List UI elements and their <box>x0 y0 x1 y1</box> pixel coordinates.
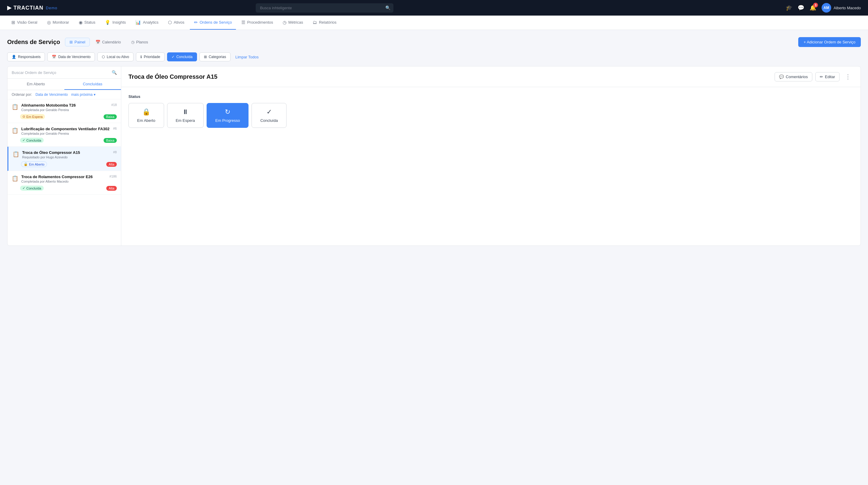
notification-badge: 3 <box>813 3 818 7</box>
page-tab-planos[interactable]: ◷Planos <box>127 38 153 46</box>
subnav-item-insights[interactable]: 💡Insights <box>101 15 130 30</box>
status-btn-em-progresso[interactable]: ↻ Em Progresso <box>207 103 249 128</box>
filter-concluida[interactable]: ✓Concluída <box>167 53 197 61</box>
detail-header: Troca de Óleo Compressor A15 💬 Comentári… <box>121 66 861 87</box>
work-order-item-wo-186[interactable]: 📋 Troca de Rolamentos Compressor E26 Com… <box>7 171 121 195</box>
status-btn-label-em-progresso: Em Progresso <box>215 118 240 123</box>
subnav-label-visao-geral: Visão Geral <box>17 20 37 25</box>
work-order-item-wo-18[interactable]: 📋 Alinhamento Motobomba T26 Completada p… <box>7 99 121 123</box>
wo-status-badge-wo-6: ✓ Concluída <box>20 138 44 143</box>
wo-icon-wo-8: 📋 <box>12 151 19 158</box>
status-btn-icon-concluida: ✓ <box>267 108 272 116</box>
wo-meta-wo-6: ✓ Concluída Baixa <box>12 138 117 143</box>
subnav-item-relatorios[interactable]: 🗂Relatórios <box>308 15 341 30</box>
user-menu[interactable]: AM Alberto Macedo <box>822 3 861 12</box>
page-tab-label-painel: Painel <box>74 40 85 44</box>
page-tab-painel[interactable]: ⊞Painel <box>65 38 90 46</box>
subnav-icon-metricas: ◷ <box>283 20 286 25</box>
status-btn-concluida[interactable]: ✓ Concluída <box>251 103 286 128</box>
work-order-item-wo-8[interactable]: 📋 Troca de Óleo Compressor A15 Requisita… <box>7 147 121 171</box>
filter-icon-prioridade: ℹ <box>141 55 142 59</box>
filter-icon-responsaveis: 👤 <box>12 55 16 59</box>
wo-title-wo-6: Lubrificação de Componentes Ventilador F… <box>21 127 110 131</box>
subnav-item-ordens-de-servico[interactable]: ✏Ordens de Serviço <box>190 15 236 30</box>
sort-field[interactable]: Data de Vencimento <box>35 93 68 97</box>
list-tab-concluidas[interactable]: Concluídas <box>64 79 121 90</box>
secondary-navigation: ⊞Visão Geral◎Monitorar◉Status💡Insights📊A… <box>0 15 868 30</box>
comments-button[interactable]: 💬 Comentários <box>775 72 812 82</box>
filter-icon-concluida: ✓ <box>172 55 175 59</box>
list-search-input[interactable] <box>12 70 109 75</box>
subnav-item-analytics[interactable]: 📊Analytics <box>131 15 163 30</box>
filter-local-ativo[interactable]: ⬡Local ou Ativo <box>97 53 133 61</box>
logo[interactable]: ▶ TRACTIAN Demo <box>7 4 58 11</box>
status-btn-icon-em-aberto: 🔒 <box>142 108 150 116</box>
status-btn-em-espera[interactable]: ⏸ Em Espera <box>167 103 204 128</box>
page-tab-label-calendario: Calendário <box>102 40 121 44</box>
subnav-label-insights: Insights <box>112 20 126 25</box>
filter-icon-data-vencimento: 📅 <box>52 55 56 59</box>
wo-number-wo-8: #8 <box>113 150 117 154</box>
filter-data-vencimento[interactable]: 📅Data de Vencimento <box>47 53 95 61</box>
wo-item-header-wo-186: 📋 Troca de Rolamentos Compressor E26 Com… <box>12 174 117 183</box>
wo-status-badge-wo-186: ✓ Concluída <box>20 186 44 191</box>
subnav-label-ativos: Ativos <box>174 20 184 25</box>
wo-info-wo-6: Lubrificação de Componentes Ventilador F… <box>21 127 110 135</box>
edit-button[interactable]: ✏ Editar <box>815 72 840 82</box>
subnav-item-monitorar[interactable]: ◎Monitorar <box>43 15 73 30</box>
chat-icon[interactable]: 💬 <box>798 4 804 11</box>
subnav-icon-insights: 💡 <box>105 20 111 25</box>
status-section-label: Status <box>128 94 853 99</box>
comments-label: Comentários <box>786 74 808 79</box>
detail-actions: 💬 Comentários ✏ Editar ⋮ <box>775 72 853 82</box>
subnav-item-ativos[interactable]: ⬡Ativos <box>164 15 188 30</box>
add-work-order-button[interactable]: + Adicionar Ordem de Serviço <box>798 37 861 47</box>
wo-info-wo-8: Troca de Óleo Compressor A15 Requisitado… <box>22 150 110 159</box>
subnav-item-metricas[interactable]: ◷Métricas <box>278 15 307 30</box>
work-order-item-wo-6[interactable]: 📋 Lubrificação de Componentes Ventilador… <box>7 123 121 147</box>
status-btn-em-aberto[interactable]: 🔒 Em Aberto <box>128 103 164 128</box>
subnav-label-procedimentos: Procedimentos <box>247 20 273 25</box>
avatar: AM <box>822 3 831 12</box>
wo-priority-badge-wo-6: Baixa <box>103 138 117 143</box>
subnav-item-status[interactable]: ◉Status <box>74 15 100 30</box>
filter-responsaveis[interactable]: 👤Responsáveis <box>7 53 45 61</box>
main-layout: 🔍 Em AbertoConcluídas Ordenar por: Data … <box>7 66 861 246</box>
page-tab-label-planos: Planos <box>136 40 148 44</box>
sort-arrow-icon: ▾ <box>94 93 95 97</box>
wo-title-wo-18: Alinhamento Motobomba T26 <box>21 103 108 107</box>
clear-filters-button[interactable]: Limpar Todos <box>233 53 261 61</box>
wo-item-header-wo-18: 📋 Alinhamento Motobomba T26 Completada p… <box>12 103 117 112</box>
filter-icon-categorias: ⊞ <box>204 55 207 59</box>
sort-order[interactable]: mais próxima <box>71 93 93 97</box>
filter-label-responsaveis: Responsáveis <box>18 55 40 59</box>
wo-info-wo-186: Troca de Rolamentos Compressor E26 Compl… <box>21 174 106 183</box>
filter-prioridade[interactable]: ℹPrioridade <box>136 53 165 61</box>
subnav-icon-procedimentos: ☰ <box>241 20 245 25</box>
filter-icon-local-ativo: ⬡ <box>102 55 105 59</box>
comment-icon: 💬 <box>779 74 784 79</box>
search-icon: 🔍 <box>385 5 391 10</box>
subnav-label-metricas: Métricas <box>288 20 303 25</box>
work-order-list: 📋 Alinhamento Motobomba T26 Completada p… <box>7 99 121 195</box>
page-tab-calendario[interactable]: 📅Calendário <box>91 38 125 46</box>
wo-number-wo-18: #18 <box>112 103 117 106</box>
edit-label: Editar <box>825 74 835 79</box>
wo-item-header-wo-8: 📋 Troca de Óleo Compressor A15 Requisita… <box>12 150 117 159</box>
wo-badges-wo-8: 🔒 Em Aberto <box>21 161 47 167</box>
search-input[interactable] <box>256 3 394 12</box>
demo-badge: Demo <box>46 6 58 10</box>
subnav-item-visao-geral[interactable]: ⊞Visão Geral <box>7 15 42 30</box>
help-icon[interactable]: 🎓 <box>786 4 792 11</box>
list-tab-em-aberto[interactable]: Em Aberto <box>7 79 64 90</box>
topnav-right: 🎓 💬 🔔 3 AM Alberto Macedo <box>786 3 861 12</box>
filter-label-categorias: Categorias <box>209 55 226 59</box>
more-options-button[interactable]: ⋮ <box>842 72 853 82</box>
wo-status-icon-wo-6: ✓ <box>23 138 25 142</box>
notifications-button[interactable]: 🔔 3 <box>810 4 816 11</box>
wo-meta-wo-18: ⊙ Em Espera Baixa <box>12 114 117 119</box>
filter-categorias[interactable]: ⊞Categorias <box>199 53 230 61</box>
page-tab-icon-painel: ⊞ <box>69 40 73 44</box>
subnav-item-procedimentos[interactable]: ☰Procedimentos <box>237 15 277 30</box>
wo-title-wo-8: Troca de Óleo Compressor A15 <box>22 150 110 155</box>
